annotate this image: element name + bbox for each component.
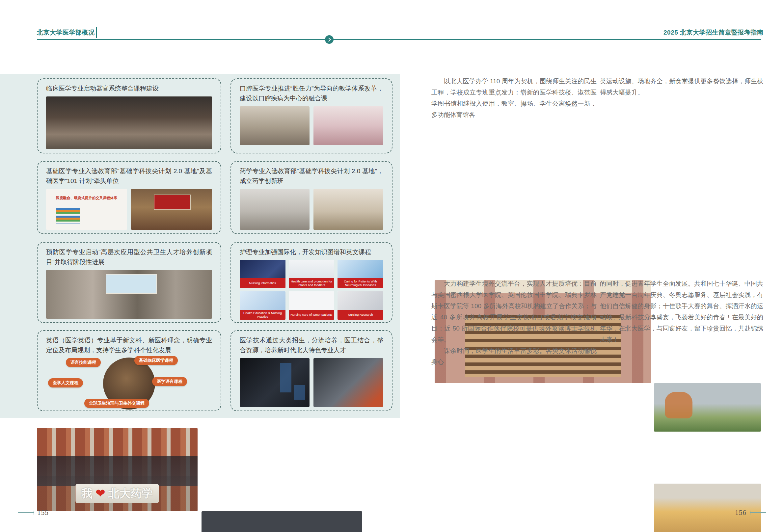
box-title: 临床医学专业启动器官系统整合课程建设 [46,84,212,93]
box-title: 药学专业入选教育部“基础学科拔尖计划 2.0 基地”，成立药学创新班 [240,166,383,186]
photo-pharmacy-seminar-2 [313,189,383,230]
photo-conference-hall [131,189,212,230]
pharmacy-sign: 我 ❤ 北大药学 [76,484,159,503]
course-thumbnail-image [337,260,383,278]
course-caption: Health care and promotion for infants an… [289,278,335,288]
photo-medtech-students [313,358,383,407]
photo-prevention-meeting [46,270,212,319]
course-thumbnail: Nursing care of tumor patients [289,291,335,320]
course-thumbnail-image [289,291,335,310]
paragraph-exchange-left: 大力构建学生境外交流平台，实现人才提质培优：目前与美国密西根大学医学院、英国伦敦… [431,278,597,368]
photo-medtech-screens [240,358,309,407]
autumn-tree [665,392,693,418]
program-box-english: 英语（医学英语）专业基于新文科、新医科理念，明确专业定位及布局规划，支持学生多学… [37,330,221,411]
photo-pharmacy-school-group: 我 ❤ 北大药学 [37,428,198,511]
program-box-preventive: 预防医学专业启动“高层次应用型公共卫生人才培养创新项目”并取得阶段性进展 [37,242,221,323]
page-number-right: 156 [735,509,746,516]
meeting-screen [106,274,157,293]
chevron-right-icon [325,35,334,44]
course-caption: Health Education & Nursing Practice [240,310,285,320]
conference-screen [154,195,191,210]
program-box-clinical: 临床医学专业启动器官系统整合课程建设 [37,78,221,153]
course-thumbnail: Health Education & Nursing Practice [240,291,285,320]
photo-pharmacy-seminar-1 [240,189,309,230]
course-thumbnail: Caring for Patients With Neurological Di… [337,260,383,288]
page-number-tick [34,511,34,514]
sign-text: 北大药学 [108,487,153,499]
paragraph-campus-right: 类运动设施、场地齐全，新食堂提供更多餐饮选择，师生获得感大幅提升。 [600,76,763,98]
photo-dental-meeting [240,106,309,145]
box-title: 基础医学专业入选教育部“基础学科拔尖计划 2.0 基地”及基础医学“101 计划… [46,166,212,186]
box-title: 预防医学专业启动“高层次应用型公共卫生人才培养创新项目”并取得阶段性进展 [46,247,212,267]
course-thumbnail-grid: Nursing informatics Health care and prom… [240,260,383,320]
heart-icon: ❤ [96,487,105,499]
program-box-nursing: 护理专业加强国际化，开发知识图谱和英文课程 Nursing informatic… [230,242,392,323]
box-title: 口腔医学专业推进“胜任力”为导向的教学体系改革，建设以口腔疾病为中心的融合课 [240,84,383,103]
slide-caption: 深度融合、螺旋式提升的交叉课程体系 [46,196,127,200]
page-number-rule [18,512,34,513]
program-box-medtech: 医学技术通过大类招生，分流培养，医工结合，整合资源，培养新时代北大特色专业人才 [230,330,392,411]
sign-text: 我 [81,487,92,499]
paragraph-campus-left: 以北大医学办学 110 周年为契机，围绕师生关注的民生工程，学校成立专班重点发力… [431,76,597,120]
course-pill: 全球卫生治理与卫生外交课程 [84,399,149,408]
photo-curriculum-slide: 深度融合、螺旋式提升的交叉课程体系 [46,189,127,230]
course-caption: Caring for Patients With Neurological Di… [337,278,383,288]
course-pill: 语言技能课程 [66,358,101,367]
paragraph-exchange-right: 的同时，促进青年学生全面发展。共和国七十华诞、中国共产党建党一百周年庆典、冬奥志… [600,278,763,345]
program-box-pharmacy: 药学专业入选教育部“基础学科拔尖计划 2.0 基地”，成立药学创新班 [230,161,392,234]
group-crowd [37,456,198,486]
course-pill: 医学语言课程 [152,377,187,386]
course-caption: Nursing Research [337,310,383,320]
photo-campus-buildings [654,383,761,431]
paragraph-exchange: 大力构建学生境外交流平台，实现人才提质培优：目前与美国密西根大学医学院、英国伦敦… [431,278,597,345]
course-pill: 医学人文课程 [48,378,83,388]
course-thumbnail-image [240,260,285,278]
slide-diagram [56,208,80,224]
program-box-basic-medicine: 基础医学专业入选教育部“基础学科拔尖计划 2.0 基地”及基础医学“101 计划… [37,161,221,234]
course-thumbnail: Nursing informatics [240,260,285,288]
photo-clinical-group [46,96,212,149]
course-thumbnail-image [240,291,285,310]
photo-dining-hall [654,484,761,532]
header-divider-bar [96,27,97,38]
photo-signing-ceremony [201,511,362,532]
page-right-title: 2025 北京大学招生简章暨报考指南 [664,28,763,37]
box-title: 护理专业加强国际化，开发知识图谱和英文课程 [240,247,383,257]
box-title: 医学技术通过大类招生，分流培养，医工结合，整合资源，培养新时代北大特色专业人才 [240,335,383,355]
page-number-left: 155 [37,509,48,516]
header-rule [37,39,761,40]
course-thumbnail-image [289,260,335,278]
course-thumbnail: Health care and promotion for infants an… [289,260,335,288]
course-pill: 基础临床医学课程 [134,356,178,365]
program-box-stomatology: 口腔医学专业推进“胜任力”为导向的教学体系改革，建设以口腔疾病为中心的融合课 [230,78,392,153]
photo-dental-clinic [313,106,383,145]
chevron-glyph [327,37,331,42]
page-left-title: 北京大学医学部概况 [37,28,95,37]
course-caption: Nursing care of tumor patients [289,310,335,320]
course-caption: Nursing informatics [240,278,285,288]
box-title: 英语（医学英语）专业基于新文科、新医科理念，明确专业定位及布局规划，支持学生多学… [46,335,212,355]
screen-panel [294,385,305,399]
english-course-diagram: 语言技能课程 基础临床医学课程 医学人文课程 医学语言课程 全球卫生治理与卫生外… [46,357,212,410]
screen-panel [280,363,291,392]
course-thumbnail: Nursing Research [337,291,383,320]
course-thumbnail-image [337,291,383,310]
paragraph-campus-life: 课余时间，医学生的生活丰富多彩。各类文体活动愉悦身心 [431,345,597,368]
page-number-rule [750,512,766,513]
